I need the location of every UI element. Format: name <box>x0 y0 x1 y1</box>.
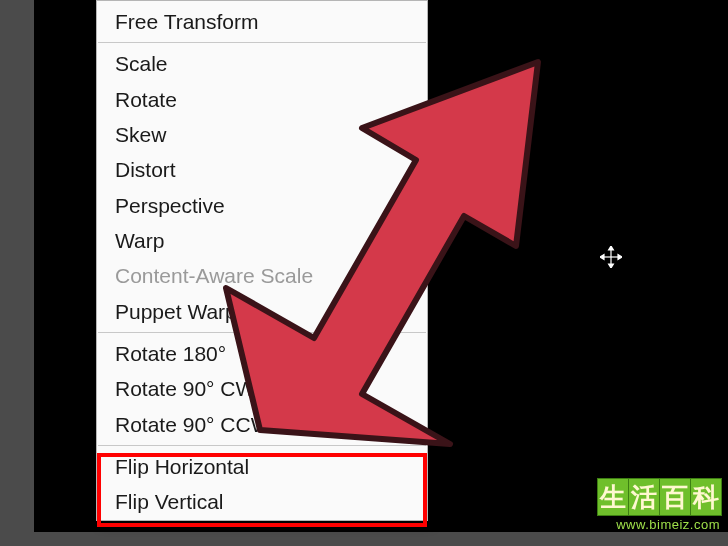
watermark-char: 生 <box>597 478 629 516</box>
menu-item-rotate-90-ccw[interactable]: Rotate 90° CCW <box>97 407 427 442</box>
watermark-char: 科 <box>690 478 722 516</box>
menu-separator <box>98 42 426 43</box>
transform-context-menu[interactable]: Free TransformScaleRotateSkewDistortPers… <box>96 0 428 521</box>
menu-item-rotate-180[interactable]: Rotate 180° <box>97 336 427 371</box>
watermark-logo: 生活百科 <box>598 478 722 516</box>
menu-separator <box>98 445 426 446</box>
menu-item-free-transform[interactable]: Free Transform <box>97 4 427 39</box>
menu-item-warp[interactable]: Warp <box>97 223 427 258</box>
menu-item-flip-horizontal[interactable]: Flip Horizontal <box>97 449 427 484</box>
menu-separator <box>98 332 426 333</box>
menu-item-skew[interactable]: Skew <box>97 117 427 152</box>
menu-item-distort[interactable]: Distort <box>97 152 427 187</box>
watermark-char: 活 <box>628 478 660 516</box>
watermark-url: www.bimeiz.com <box>616 517 720 532</box>
menu-item-content-aware-scale: Content-Aware Scale <box>97 258 427 293</box>
editor-left-gutter <box>0 0 34 546</box>
menu-item-flip-vertical[interactable]: Flip Vertical <box>97 484 427 519</box>
menu-item-perspective[interactable]: Perspective <box>97 188 427 223</box>
menu-item-rotate-90-cw[interactable]: Rotate 90° CW <box>97 371 427 406</box>
menu-item-puppet-warp[interactable]: Puppet Warp <box>97 294 427 329</box>
menu-item-rotate[interactable]: Rotate <box>97 82 427 117</box>
editor-bottom-gutter <box>0 532 728 546</box>
screenshot-stage: Free TransformScaleRotateSkewDistortPers… <box>0 0 728 546</box>
watermark-char: 百 <box>659 478 691 516</box>
menu-item-scale[interactable]: Scale <box>97 46 427 81</box>
